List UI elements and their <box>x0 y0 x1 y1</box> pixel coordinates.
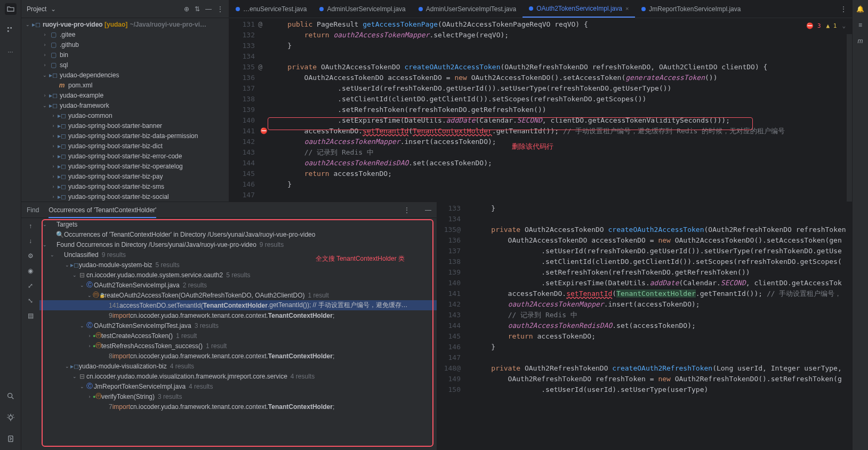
settings-icon[interactable]: ⚙ <box>28 252 34 260</box>
file-type-icon <box>236 7 240 11</box>
result-row[interactable]: 7 import cn.iocoder.yudao.framework.tena… <box>39 401 437 412</box>
database-icon[interactable]: ≡ <box>858 21 862 29</box>
debug-tool-icon[interactable] <box>5 412 17 423</box>
collapse-results-icon[interactable]: ⤡ <box>28 297 33 304</box>
result-row[interactable]: ⌄ⒸJmReportTokenServiceImpl.java4 results <box>39 381 437 391</box>
editor-tab[interactable]: AdminUserServiceImpl.java <box>313 0 412 18</box>
chevron-down-icon[interactable]: ⌄ <box>51 5 56 13</box>
editor-tab[interactable]: JmReportTokenServiceImpl.java <box>635 0 747 18</box>
options-icon[interactable]: ⋮ <box>217 5 223 13</box>
usage-preview-editor[interactable]: 133134135@136137138139140141142143144145… <box>437 202 852 450</box>
file-type-icon <box>319 7 324 11</box>
tree-item[interactable]: ›▸◻yudao-example <box>21 90 229 100</box>
tabs-overflow-icon[interactable]: ⋮ <box>835 5 852 13</box>
find-tool-icon[interactable] <box>5 390 17 402</box>
tree-item[interactable]: ›▸◻yudao-spring-boot-starter-biz-operate… <box>21 161 229 171</box>
result-row[interactable]: ⌄Found Occurrences in Directory /Users/y… <box>39 239 437 250</box>
warning-count-badge[interactable]: ▲ 1 <box>826 22 837 29</box>
tree-item[interactable]: ⌄▸◻yudao-dependencies <box>21 70 229 80</box>
tree-item[interactable]: ›▸◻yudao-spring-boot-starter-biz-error-c… <box>21 151 229 161</box>
result-row[interactable]: ⌄Targets <box>39 219 437 229</box>
annotation-search: 全文搜 TenantContextHolder 类 <box>316 254 405 263</box>
structure-tool-icon[interactable] <box>5 25 17 36</box>
result-row[interactable]: ›●ⓜtestCreateAccessToken()1 result <box>39 331 437 341</box>
svg-point-4 <box>9 416 12 420</box>
result-row[interactable]: 141 accessTokenDO.setTenantId(TenantCont… <box>39 300 437 310</box>
tree-item[interactable]: ›▢sql <box>21 60 229 70</box>
next-result-icon[interactable]: ↓ <box>29 237 32 245</box>
editor-area: …enuServiceTest.javaAdminUserServiceImpl… <box>229 0 852 202</box>
project-panel-header: Project ⌄ ⊕ ⇅ — ⋮ <box>21 0 229 18</box>
svg-rect-1 <box>7 30 9 32</box>
left-toolbar: ··· <box>0 0 21 450</box>
find-panel: Find Occurrences of 'TenantContextHolder… <box>21 202 437 450</box>
close-icon[interactable]: × <box>625 5 629 12</box>
find-toolbar: ↑ ↓ ⚙ ◉ ⤢ ⤡ ▤ <box>21 218 39 450</box>
occurrences-tab[interactable]: Occurrences of 'TenantContextHolder' <box>49 206 156 218</box>
tree-item[interactable]: ›▸◻yudao-spring-boot-starter-biz-dict <box>21 141 229 151</box>
editor-tab[interactable]: …enuServiceTest.java <box>229 0 313 18</box>
project-tool-icon[interactable] <box>5 3 17 15</box>
tree-item[interactable]: ›▸◻yudao-spring-boot-starter-banner <box>21 120 229 131</box>
result-row[interactable]: 9 import cn.iocoder.yudao.framework.tena… <box>39 310 437 320</box>
find-results[interactable]: 全文搜 TenantContextHolder 类 ⌄Targets🔍Occur… <box>39 218 437 450</box>
project-tree[interactable]: ⌄ ▸◻ ruoyi-vue-pro-video [yudao]~/Java/r… <box>21 18 229 202</box>
tree-item[interactable]: mpom.xml <box>21 80 229 90</box>
result-row[interactable]: ⌄ⒸOAuth2TokenServiceImplTest.java3 resul… <box>39 320 437 331</box>
expand-icon[interactable]: ⤢ <box>28 282 33 290</box>
tree-item[interactable]: ›▢.gitee <box>21 29 229 39</box>
tree-root[interactable]: ⌄ ▸◻ ruoyi-vue-pro-video [yudao]~/Java/r… <box>21 19 229 29</box>
result-row[interactable]: 🔍Occurrences of 'TenantContextHolder' in… <box>39 229 437 239</box>
result-row[interactable]: ⌄⊟cn.iocoder.yudao.module.system.service… <box>39 270 437 280</box>
find-tab[interactable]: Find <box>27 206 39 214</box>
collapse-icon[interactable]: — <box>205 5 212 13</box>
prev-result-icon[interactable]: ↑ <box>29 222 32 230</box>
code-editor[interactable]: ⛔ 3 ▲ 1 ⌄ 131@132133134135@1361371381391… <box>229 18 852 202</box>
project-panel: Project ⌄ ⊕ ⇅ — ⋮ ⌄ ▸◻ ruoyi-vue-pro-vid… <box>21 0 229 202</box>
result-row[interactable]: ⌄▸◻yudao-module-visualization-biz4 resul… <box>39 361 437 371</box>
select-open-file-icon[interactable]: ⊕ <box>184 5 189 13</box>
result-row[interactable]: ⌄ⒸOAuth2TokenServiceImpl.java2 results <box>39 280 437 290</box>
file-type-icon <box>641 7 646 11</box>
result-row[interactable]: ›●ⓜtestRefreshAccessToken_success()1 res… <box>39 341 437 351</box>
editor-tab[interactable]: OAuth2TokenServiceImpl.java× <box>523 0 635 18</box>
tree-item[interactable]: ›▸◻yudao-common <box>21 110 229 120</box>
svg-rect-0 <box>7 27 9 29</box>
layout-icon[interactable]: ▤ <box>28 312 34 319</box>
tree-item[interactable]: ›▸◻yudao-spring-boot-starter-biz-sms <box>21 181 229 191</box>
result-row[interactable]: ⌄⊟cn.iocoder.yudao.module.visualization.… <box>39 371 437 381</box>
svg-point-3 <box>7 393 12 398</box>
preview-icon[interactable]: ◉ <box>28 267 33 275</box>
annotation-delete-line: 删除该代码行 <box>512 142 553 151</box>
result-row[interactable]: ⌄ⓜ🔒createOAuth2AccessToken(OAuth2Refresh… <box>39 290 437 300</box>
terminal-tool-icon[interactable] <box>5 433 17 445</box>
find-options-icon[interactable]: ⋮ <box>404 206 410 214</box>
tree-item[interactable]: ›▸◻yudao-spring-boot-starter-biz-data-pe… <box>21 131 229 141</box>
tree-item[interactable]: ›▢.github <box>21 39 229 50</box>
find-hide-icon[interactable]: — <box>425 206 431 214</box>
file-type-icon <box>419 7 423 11</box>
editor-tabs: …enuServiceTest.javaAdminUserServiceImpl… <box>229 0 852 18</box>
tree-item[interactable]: ›▸◻yudao-spring-boot-starter-biz-social <box>21 191 229 202</box>
svg-rect-2 <box>10 27 12 29</box>
file-type-icon <box>529 6 533 11</box>
editor-tab[interactable]: AdminUserServiceImplTest.java <box>412 0 523 18</box>
inspector-chevron-icon[interactable]: ⌄ <box>842 22 846 29</box>
minimap[interactable] <box>847 34 852 202</box>
tree-item[interactable]: ›▢bin <box>21 50 229 60</box>
tree-item[interactable]: ›▸◻yudao-spring-boot-starter-biz-pay <box>21 171 229 181</box>
tree-item[interactable]: ⌄▸◻yudao-framework <box>21 100 229 110</box>
notifications-icon[interactable]: 🔔 <box>856 5 864 13</box>
project-panel-title: Project <box>27 5 46 13</box>
error-count-badge[interactable]: ⛔ 3 <box>806 22 821 29</box>
more-tool-icon[interactable]: ··· <box>5 46 17 58</box>
expand-all-icon[interactable]: ⇅ <box>195 5 200 13</box>
right-toolbar: 🔔 ≡ m <box>852 0 868 450</box>
result-row[interactable]: ›●ⓜverifyToken(String)3 results <box>39 391 437 401</box>
maven-icon[interactable]: m <box>858 37 863 45</box>
result-row[interactable]: 8 import cn.iocoder.yudao.framework.tena… <box>39 351 437 361</box>
